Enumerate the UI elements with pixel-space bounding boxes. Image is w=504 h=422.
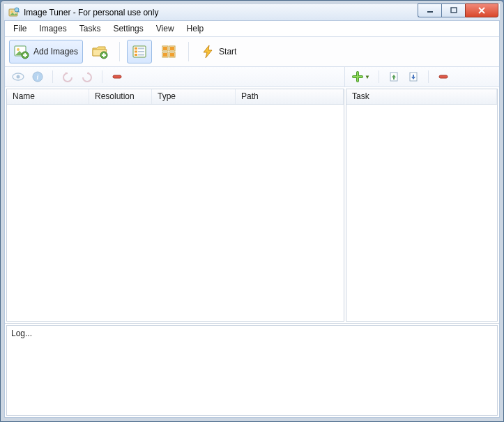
svg-rect-21 xyxy=(170,47,174,50)
info-icon: i xyxy=(32,71,43,82)
image-tuner-icon xyxy=(8,7,20,18)
svg-rect-10 xyxy=(135,47,137,50)
lightning-icon xyxy=(201,44,215,59)
image-add-icon xyxy=(14,44,29,59)
add-task-button[interactable]: ▼ xyxy=(349,69,373,84)
toolbar-separator xyxy=(379,70,379,83)
svg-rect-13 xyxy=(138,51,144,52)
menu-images[interactable]: Images xyxy=(33,22,72,35)
minus-icon xyxy=(438,73,449,81)
svg-rect-20 xyxy=(163,47,167,50)
svg-rect-11 xyxy=(138,48,144,50)
toolbar-separator xyxy=(119,42,120,61)
svg-rect-3 xyxy=(427,11,433,13)
app-window: Image Tuner - For personal use only File… xyxy=(0,0,504,422)
menu-file[interactable]: File xyxy=(8,22,32,35)
rotate-left-icon xyxy=(61,71,74,82)
rotate-left-button[interactable] xyxy=(59,69,77,84)
remove-image-button[interactable] xyxy=(108,69,126,84)
svg-rect-4 xyxy=(451,8,457,13)
arrow-down-icon xyxy=(408,71,418,82)
add-images-button[interactable]: Add Images xyxy=(9,40,83,63)
maximize-button[interactable] xyxy=(441,3,465,17)
toolbar-separator xyxy=(102,70,102,83)
minus-icon xyxy=(112,73,123,81)
folder-add-icon xyxy=(91,44,108,59)
svg-rect-14 xyxy=(135,54,137,56)
column-name[interactable]: Name xyxy=(7,89,89,104)
move-task-up-button[interactable] xyxy=(385,69,403,84)
rotate-right-button[interactable] xyxy=(78,69,96,84)
image-list-body[interactable] xyxy=(7,105,344,321)
arrow-up-icon xyxy=(389,71,399,82)
task-list-headers: Task xyxy=(346,89,497,105)
svg-rect-15 xyxy=(138,54,144,56)
svg-rect-12 xyxy=(135,51,137,53)
add-images-label: Add Images xyxy=(33,47,78,56)
plus-icon xyxy=(352,71,363,82)
svg-rect-31 xyxy=(439,75,448,78)
toolbar-separator xyxy=(188,42,189,61)
menu-settings[interactable]: Settings xyxy=(107,22,148,35)
close-button[interactable] xyxy=(465,3,498,17)
log-panel[interactable]: Log... xyxy=(6,325,498,416)
svg-point-25 xyxy=(17,75,20,79)
chevron-down-icon: ▼ xyxy=(365,74,370,80)
main-toolbar: Add Images xyxy=(5,37,499,67)
thumbnail-view-button[interactable] xyxy=(156,40,181,63)
start-button[interactable]: Start xyxy=(196,40,241,63)
task-list-body[interactable] xyxy=(346,105,497,321)
secondary-toolbar: i xyxy=(5,67,499,87)
minimize-button[interactable] xyxy=(418,3,441,17)
log-text: Log... xyxy=(11,329,32,338)
preview-button[interactable] xyxy=(9,69,27,84)
menu-view[interactable]: View xyxy=(151,22,180,35)
info-button[interactable]: i xyxy=(29,69,47,84)
column-resolution[interactable]: Resolution xyxy=(89,89,152,104)
image-list-panel: Name Resolution Type Path xyxy=(6,89,344,322)
add-folder-button[interactable] xyxy=(87,40,112,63)
list-view-icon xyxy=(132,44,147,59)
svg-rect-28 xyxy=(113,75,121,78)
start-label: Start xyxy=(219,47,236,56)
menu-tasks[interactable]: Tasks xyxy=(74,22,107,35)
content-area: Name Resolution Type Path Task xyxy=(5,87,499,324)
rotate-right-icon xyxy=(81,71,93,82)
column-type[interactable]: Type xyxy=(152,89,236,104)
remove-task-button[interactable] xyxy=(434,69,452,84)
column-path[interactable]: Path xyxy=(236,89,344,104)
window-controls xyxy=(418,3,498,17)
move-task-down-button[interactable] xyxy=(404,69,422,84)
column-task[interactable]: Task xyxy=(346,89,497,104)
svg-rect-22 xyxy=(163,53,167,56)
toolbar-separator xyxy=(52,70,53,83)
image-list-headers: Name Resolution Type Path xyxy=(7,89,344,105)
toolbar-separator xyxy=(428,70,429,83)
thumb-view-icon xyxy=(161,44,176,59)
titlebar[interactable]: Image Tuner - For personal use only xyxy=(4,4,500,21)
svg-text:i: i xyxy=(37,73,39,81)
eye-icon xyxy=(12,72,24,82)
task-panel: Task xyxy=(346,89,498,322)
svg-point-6 xyxy=(17,48,20,51)
svg-rect-23 xyxy=(170,53,174,56)
menubar: File Images Tasks Settings View Help xyxy=(5,21,499,37)
menu-help[interactable]: Help xyxy=(181,22,210,35)
window-title: Image Tuner - For personal use only xyxy=(24,8,418,17)
list-view-button[interactable] xyxy=(127,40,152,63)
